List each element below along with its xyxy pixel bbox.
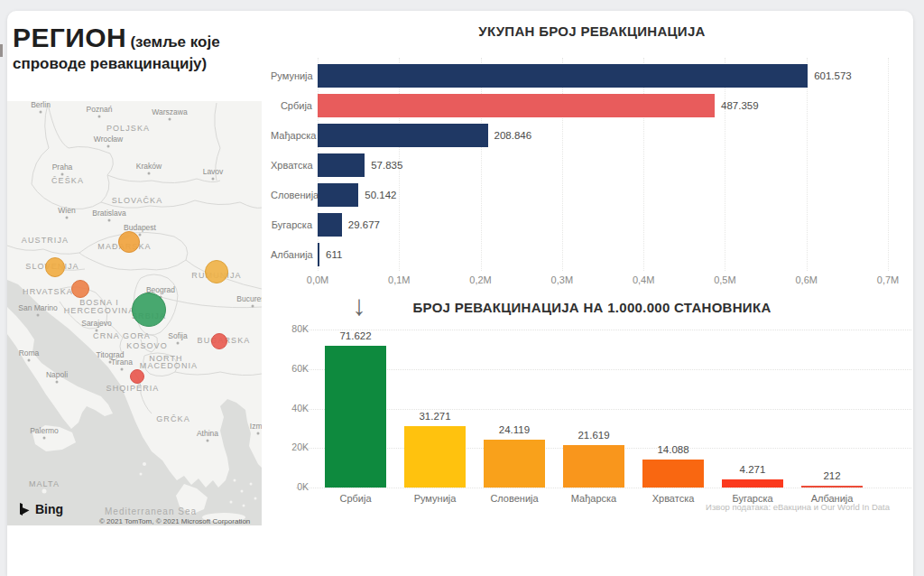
value-label: 487.359 [721,94,759,117]
value-label: 31.271 [399,411,471,422]
value-label: 21.619 [558,430,630,441]
bar[interactable] [318,124,488,147]
map-city-dot [252,305,254,308]
map-bubble[interactable] [211,333,227,349]
y-gridline [296,488,911,488]
y-tick-label: 80K [271,323,309,334]
map-bubble[interactable] [205,260,228,283]
bar[interactable] [722,479,783,488]
map-city-label: Sarajevo [81,319,112,328]
category-label: Србија [317,493,394,504]
map-country-label: HERCEGOVINA [64,306,135,315]
map-country-label: AUSTRIJA [22,236,69,245]
map-city-dot [148,172,151,175]
category-label: Албанија [271,243,312,266]
category-label: Словенија [476,493,553,504]
x-gridline [481,58,482,271]
map-country-label: GRČKA [156,414,190,423]
value-label: 29.677 [348,213,380,237]
map-city-label: Izmir [250,422,262,431]
map-bubble[interactable] [132,293,166,327]
map-city-dot [212,178,215,181]
map-city-label: Warszawa [152,107,187,116]
page-background: РЕГИОН (земље које спроводе ревакцинациј… [0,0,924,576]
map-bubble[interactable] [45,257,65,277]
bar[interactable] [318,153,365,177]
report-title-main: РЕГИОН [13,23,126,52]
map-city-dot [40,111,42,114]
map-city-label: Lavov [203,167,224,176]
bing-b-icon [18,503,31,516]
map-city-dot [177,342,180,345]
map-country-label: SHQIPËRIA [106,384,160,393]
bar[interactable] [484,440,545,488]
map-country-label: CRNA GORA [93,331,151,340]
x-gridline [888,58,889,271]
map-city-dot [66,217,69,219]
value-label: 14.088 [637,444,709,455]
map-bubble[interactable] [71,280,89,298]
report-title: РЕГИОН (земље које спроводе ревакцинациј… [13,22,265,73]
value-label: 611 [326,243,342,266]
map-city-label: Bucureşti [236,294,262,303]
x-tick-label: 0,0M [298,274,337,285]
category-label: Румунија [271,64,312,88]
map-city-dot [56,381,59,384]
map-city-dot [107,145,110,148]
y-tick-label: 0K [271,481,309,492]
map-city-dot [169,118,171,121]
map-city-label: Wrocław [94,135,123,144]
y-gridline [296,369,911,370]
total-revaccinations-chart: УКУПАН БРОЈ РЕВАКЦИНАЦИЈА 0,0M0,1M0,2M0,… [271,16,913,289]
map-city-dot [121,368,124,371]
x-gridline [643,58,644,271]
bar[interactable] [318,213,342,237]
category-label: Бугарска [271,213,312,237]
map-city-dot [43,437,46,440]
x-tick-label: 0,5M [705,274,744,285]
value-label: 50.142 [365,183,396,207]
map-city-label: San Marino [18,303,57,312]
map-city-label: Praha [52,163,73,172]
map-bubble[interactable] [118,231,140,253]
map-city-label: Roma [19,348,40,358]
bar[interactable] [563,445,624,488]
value-label: 71.622 [319,330,392,341]
y-tick-label: 40K [271,403,309,413]
x-gridline [562,58,563,271]
bar[interactable] [801,486,863,488]
y-tick-label: 20K [271,441,309,452]
x-tick-label: 0,3M [542,274,582,285]
map-bubble[interactable] [130,369,144,384]
map-city-label: Berlin [31,101,51,109]
map-city-label: Palermo [30,426,59,435]
bar[interactable] [318,94,715,117]
bar[interactable] [325,346,386,488]
bar[interactable] [318,183,358,207]
category-label: Мађарска [271,124,312,147]
map-city-dot [96,330,98,332]
region-map[interactable]: POLJSKAČEŠKASLOVAČKAAUSTRIJAMAĐARSKASLOV… [7,101,262,525]
map-city-dot [61,173,64,176]
value-label: 208.846 [494,124,532,147]
value-label: 4.271 [716,464,789,475]
map-city-dot [28,359,31,362]
map-city-dot [139,234,142,237]
x-tick-label: 0,6M [787,274,827,285]
map-city-dot [207,440,209,442]
x-tick-label: 0,7M [868,274,908,285]
x-tick-label: 0,4M [624,274,663,285]
bar[interactable] [404,426,466,488]
bar[interactable] [318,243,319,266]
map-city-dot [37,314,40,317]
category-label: Словенија [271,183,312,207]
bar[interactable] [642,460,704,488]
category-label: Хрватска [271,153,312,177]
bar[interactable] [318,64,808,88]
map-country-label: MACEDONIA [140,361,198,370]
y-gridline [296,409,911,410]
bing-logo[interactable]: Bing [18,502,63,516]
per-million-chart: БРОЈ РЕВАКЦИНАЦИЈА НА 1.000.000 СТАНОВНИ… [271,291,913,513]
value-label: 24.119 [478,424,550,435]
category-label: Србија [271,94,312,117]
